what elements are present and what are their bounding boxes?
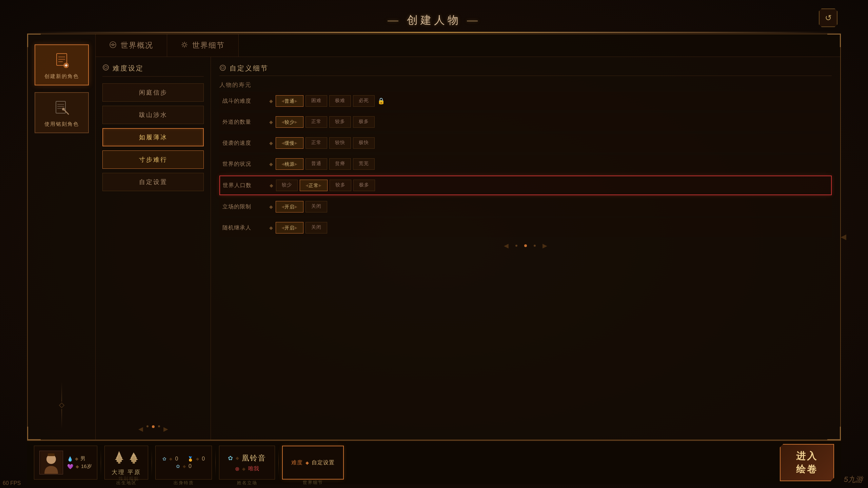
difficulty-leisurely[interactable]: 闲庭信步: [102, 83, 204, 102]
age-value: 16岁: [81, 463, 92, 470]
svg-line-23: [182, 46, 183, 47]
traits-card[interactable]: ✿ ◆ 0 🏅 ◆ 0 ✿ ◆ 0 出身特质: [155, 446, 212, 480]
setting-row-outlaw-count: 外道的数量 ◆ ◂较少▸正常较多极多: [219, 113, 832, 131]
name-card-label: 姓名立场: [237, 480, 257, 486]
gender-value: 男: [80, 455, 85, 462]
character-stats: 💧 ◆ 男 💜 ◆ 16岁: [67, 455, 92, 470]
enter-button[interactable]: 进入 绘卷: [780, 444, 834, 481]
setting-label-world-status: 世界的状况: [222, 161, 267, 168]
corner-tl: [27, 34, 41, 47]
option-battle-difficulty-2[interactable]: 极难: [329, 95, 351, 107]
settings-container: 战斗的难度 ◆ ◂普通▸困难极难必死 🔒 外道的数量 ◆ ◂较少▸正常较多极多 …: [219, 92, 832, 237]
option-world-status-0[interactable]: ◂桃源▸: [276, 158, 303, 170]
right-area: 世界概况: [96, 34, 840, 440]
svg-rect-32: [117, 458, 121, 460]
corner-tr: [827, 34, 841, 47]
setting-options-faction-limit: ◂开启▸关闭: [276, 201, 327, 212]
sub-section-label: 人物的寿元: [219, 81, 832, 89]
option-world-status-3[interactable]: 荒芜: [353, 158, 375, 170]
option-outlaw-count-3[interactable]: 极多: [353, 116, 375, 128]
details-panel: 自定义细节 人物的寿元 战斗的难度 ◆ ◂普通▸困难极难必死 🔒 外道的数量 ◆…: [211, 57, 840, 440]
option-outlaw-count-2[interactable]: 较多: [329, 116, 351, 128]
setting-options-outlaw-count: ◂较少▸正常较多极多: [276, 116, 375, 128]
option-world-status-1[interactable]: 普通: [305, 158, 327, 170]
setting-label-world-population: 世界人口数: [223, 182, 267, 189]
watermark: 5九游: [844, 474, 863, 485]
option-outlaw-count-1[interactable]: 正常: [305, 116, 327, 128]
character-card[interactable]: 💧 ◆ 男 💜 ◆ 16岁: [34, 446, 97, 480]
difficulty-options: 闲庭信步 跋山涉水 如履薄冰 寸步难行 自定设置: [102, 83, 204, 191]
details-icon: [219, 64, 226, 73]
option-battle-difficulty-1[interactable]: 困难: [305, 95, 327, 107]
svg-rect-41: [132, 458, 136, 460]
svg-rect-7: [56, 101, 65, 113]
engraving-character-button[interactable]: 使用铭刻角色: [35, 92, 89, 133]
location-card[interactable]: 大理 平原 出生地区: [104, 446, 149, 480]
svg-line-22: [186, 42, 187, 43]
world-diff-row: 难度 ◆ 自定设置: [291, 459, 335, 466]
option-world-population-0[interactable]: 较少: [276, 180, 298, 191]
svg-rect-29: [118, 462, 120, 464]
pagoda2-icon: [128, 449, 140, 467]
fps-counter: 60 FPS: [3, 480, 21, 486]
option-battle-difficulty-3[interactable]: 必死: [353, 95, 375, 107]
tab-world-detail[interactable]: 世界细节: [167, 34, 239, 57]
enter-text: 进入 绘卷: [796, 449, 818, 476]
setting-dot-world-population: ◆: [270, 183, 273, 188]
tab-world-overview-label: 世界概况: [121, 40, 153, 50]
main-container: 创建人物: [27, 7, 841, 481]
faction-value: 唯我: [248, 465, 259, 472]
traits-card-label: 出身特质: [174, 480, 194, 486]
option-random-heir-1[interactable]: 关闭: [305, 222, 327, 233]
lock-icon-battle-difficulty: 🔒: [377, 97, 385, 105]
option-world-status-2[interactable]: 贫瘠: [329, 158, 351, 170]
svg-point-15: [183, 43, 186, 46]
engraving-character-label: 使用铭刻角色: [44, 121, 79, 127]
create-character-icon: [52, 50, 72, 70]
faction-row: ⊗ ◆ 唯我: [235, 465, 259, 472]
option-random-heir-0[interactable]: ◂开启▸: [276, 222, 303, 233]
world-detail-card[interactable]: 难度 ◆ 自定设置 世界细节: [282, 446, 344, 480]
setting-label-random-heir: 随机继承人: [222, 224, 267, 231]
option-invasion-speed-1[interactable]: 正常: [305, 137, 327, 149]
create-character-label: 创建新的角色: [44, 73, 79, 80]
tab-world-detail-label: 世界细节: [192, 40, 225, 50]
option-world-population-2[interactable]: 较多: [330, 180, 351, 191]
setting-row-random-heir: 随机继承人 ◆ ◂开启▸关闭: [219, 218, 832, 237]
page-title: 创建人物: [27, 7, 841, 32]
option-battle-difficulty-0[interactable]: ◂普通▸: [276, 95, 303, 107]
option-invasion-speed-0[interactable]: ◂缓慢▸: [276, 137, 303, 149]
traits-values: ✿ ◆ 0 🏅 ◆ 0 ✿ ◆ 0: [162, 456, 205, 469]
setting-label-faction-limit: 立场的限制: [222, 203, 267, 210]
setting-row-world-status: 世界的状况 ◆ ◂桃源▸普通贫瘠荒芜: [219, 155, 832, 174]
option-faction-limit-0[interactable]: ◂开启▸: [276, 201, 303, 212]
details-section-title: 自定义细节: [230, 64, 269, 73]
svg-rect-43: [133, 456, 135, 458]
difficulty-panel: 难度设定 闲庭信步 跋山涉水 如履薄冰 寸步难行: [96, 57, 211, 440]
svg-point-25: [220, 65, 225, 70]
setting-options-battle-difficulty: ◂普通▸困难极难必死: [276, 95, 375, 107]
world-diff-label: 难度: [291, 459, 303, 466]
setting-options-invasion-speed: ◂缓慢▸正常较快极快: [276, 137, 375, 149]
option-faction-limit-1[interactable]: 关闭: [305, 201, 327, 212]
sep2: [152, 449, 152, 476]
option-invasion-speed-2[interactable]: 较快: [329, 137, 351, 149]
difficulty-hardest[interactable]: 寸步难行: [102, 150, 204, 169]
details-header: 自定义细节: [219, 64, 832, 76]
sep1: [101, 449, 101, 476]
option-outlaw-count-0[interactable]: ◂较少▸: [276, 116, 303, 128]
option-invasion-speed-3[interactable]: 极快: [353, 137, 375, 149]
difficulty-mountain[interactable]: 跋山涉水: [102, 106, 204, 124]
option-world-population-1[interactable]: ◂正常▸: [300, 180, 328, 191]
tab-world-overview[interactable]: 世界概况: [96, 34, 167, 57]
create-new-character-button[interactable]: 创建新的角色: [35, 44, 89, 85]
corner-bl: [27, 427, 41, 440]
difficulty-thinice[interactable]: 如履薄冰: [102, 128, 204, 146]
bottom-bar: 💧 ◆ 男 💜 ◆ 16岁 性别相貌: [27, 440, 841, 484]
content-area: 创建新的角色 使用铭刻角色: [27, 34, 841, 440]
difficulty-custom[interactable]: 自定设置: [102, 173, 204, 191]
name-card[interactable]: ✿ ◆ 凰铃音 ⊗ ◆ 唯我 姓名立场: [219, 446, 275, 480]
option-world-population-3[interactable]: 极多: [353, 180, 375, 191]
gender-icon: 💧: [67, 456, 73, 462]
svg-rect-34: [118, 456, 120, 458]
